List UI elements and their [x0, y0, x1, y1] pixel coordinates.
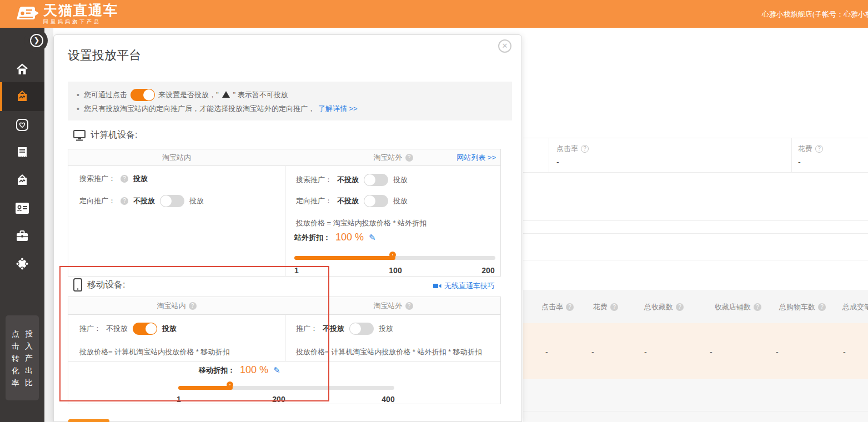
- mobile-col-taobao-in: 淘宝站内 ?: [68, 297, 285, 314]
- help-icon[interactable]: ?: [818, 303, 826, 311]
- mobile-in-promo-row: 推广： 不投放 投放: [79, 323, 177, 335]
- sidebar-item-home[interactable]: [0, 56, 44, 83]
- discount-value: 100 %: [240, 364, 268, 376]
- pc-in-target-toggle[interactable]: [160, 195, 184, 207]
- network-icon: [15, 257, 29, 271]
- bg-col-label: 花费: [593, 302, 608, 312]
- toggle-knob: [364, 195, 375, 207]
- pc-out-discount-slider: 1 100 200: [294, 252, 495, 278]
- expand-chevron-icon[interactable]: ❯: [30, 34, 43, 47]
- slider-thumb[interactable]: [389, 252, 396, 258]
- pc-out-discount: 站外折扣： 100 % ✎: [294, 232, 376, 243]
- example-toggle[interactable]: [131, 89, 155, 101]
- stat-cost-value: -: [798, 158, 801, 167]
- mobile-section-title: 移动设备:: [87, 279, 125, 291]
- campaign-icon: [15, 89, 29, 104]
- sidebar-item-account[interactable]: [0, 250, 44, 278]
- confirm-button[interactable]: 确定: [68, 419, 109, 422]
- help-icon[interactable]: ?: [405, 302, 413, 310]
- help-icon[interactable]: ?: [815, 145, 823, 153]
- discount-label: 站外折扣：: [294, 233, 330, 243]
- logo-subtitle: 阿里妈妈旗下产品: [43, 18, 118, 26]
- mobile-in-promo-toggle[interactable]: [133, 323, 157, 335]
- divider: [68, 361, 500, 361]
- bg-col-deals: 总成交笔?: [842, 302, 868, 312]
- account-name: 心雅小栈旗舰店(子帐号：心雅小栈: [762, 9, 868, 19]
- stat-ctr-text: 点击率: [556, 144, 578, 154]
- picture-icon: [15, 173, 29, 188]
- metric-ctr-vertical: 点击转化率: [12, 328, 20, 400]
- help-icon[interactable]: ?: [581, 145, 589, 153]
- sidebar-expand: ❯: [24, 29, 48, 52]
- close-icon[interactable]: ✕: [498, 39, 511, 53]
- help-icon[interactable]: ?: [121, 175, 128, 183]
- slider-fill: [178, 386, 233, 390]
- state-on-text: 投放: [133, 174, 148, 184]
- state-off-text: 不投放: [337, 175, 359, 185]
- divider: [549, 138, 549, 172]
- bg-col-cost: 花费?: [593, 302, 618, 312]
- state-on-text: 投放: [393, 196, 408, 206]
- phone-icon: [73, 278, 82, 292]
- bullet-icon: •: [77, 104, 79, 113]
- top-banner: 天猫直通车 阿里妈妈旗下产品 心雅小栈旗舰店(子帐号：心雅小栈: [0, 0, 868, 28]
- learn-more-link[interactable]: 了解详情 >>: [318, 104, 358, 114]
- wireless-tips-link[interactable]: 无线直通车技巧: [433, 281, 495, 291]
- help-icon[interactable]: ?: [566, 303, 574, 311]
- help-icon[interactable]: ?: [676, 303, 684, 311]
- toggle-knob: [350, 323, 361, 334]
- app-logo[interactable]: 天猫直通车 阿里妈妈旗下产品: [14, 3, 118, 26]
- logo-van-icon: [14, 4, 39, 25]
- state-on-text: 投放: [189, 196, 204, 206]
- help-icon[interactable]: ?: [405, 154, 413, 162]
- help-icon[interactable]: ?: [610, 303, 618, 311]
- pc-in-target-row: 定向推广： ? 不投放 投放: [79, 195, 204, 207]
- slider-mid-label: 200: [268, 395, 290, 404]
- bg-table-row-highlight: [523, 323, 868, 379]
- slider-max-label: 200: [477, 266, 499, 275]
- col-header-text: 淘宝站外: [374, 153, 403, 163]
- help-icon[interactable]: ?: [754, 303, 761, 311]
- edit-pencil-icon[interactable]: ✎: [273, 365, 280, 375]
- sidebar-item-favorites[interactable]: [0, 111, 44, 139]
- divider: [523, 260, 868, 260]
- bg-cell-value: -: [843, 348, 846, 356]
- state-off-text: 不投放: [323, 324, 344, 334]
- divider: [285, 149, 285, 276]
- discount-value: 100 %: [335, 232, 364, 243]
- sidebar-item-campaign[interactable]: [0, 82, 44, 111]
- bg-col-label: 总收藏数: [644, 302, 673, 312]
- mobile-out-price-formula: 投放价格= 计算机淘宝站内投放价格 * 站外折扣 * 移动折扣: [296, 347, 482, 357]
- mobile-out-promo-toggle[interactable]: [349, 323, 374, 335]
- mobile-section-header: 移动设备:: [73, 278, 125, 292]
- state-off-text: 不投放: [106, 324, 128, 334]
- notice-line-1: • 您可通过点击 来设置是否投放，" " 表示暂不可投放: [77, 88, 503, 102]
- mobile-discount-slider: 1 200 400: [178, 381, 394, 405]
- bg-col-label: 总购物车数: [779, 302, 815, 312]
- stat-cost-text: 花费: [798, 144, 812, 154]
- pc-out-search-toggle[interactable]: [364, 174, 388, 186]
- sidebar-item-tools[interactable]: [0, 222, 44, 250]
- bg-cell-value: -: [545, 348, 548, 356]
- bg-cell-value: -: [776, 348, 779, 356]
- notice-line-2: • 您只有投放淘宝站内的定向推广后，才能选择投放淘宝站外的定向推广， 了解详情 …: [77, 103, 503, 114]
- pc-out-target-toggle[interactable]: [364, 195, 388, 207]
- website-list-link[interactable]: 网站列表 >>: [456, 153, 496, 163]
- warning-icon: [222, 91, 230, 98]
- row-label: 推广：: [296, 324, 318, 334]
- edit-pencil-icon[interactable]: ✎: [369, 233, 376, 243]
- help-icon[interactable]: ?: [121, 197, 128, 205]
- divider: [523, 172, 868, 173]
- toggle-knob: [145, 323, 157, 334]
- metric-roi-vertical: 投入产出比: [25, 328, 33, 400]
- computer-section-header: 计算机设备:: [73, 129, 137, 141]
- mobile-table: 淘宝站内 ? 淘宝站外 ? 推广： 不投放 投放 推广： 不投放 投放: [68, 297, 501, 404]
- help-icon[interactable]: ?: [189, 302, 197, 310]
- sidebar-item-audience[interactable]: [0, 194, 44, 222]
- sidebar-item-reports[interactable]: [0, 139, 44, 167]
- bg-col-carts: 总购物车数?: [779, 302, 826, 312]
- slider-thumb[interactable]: [227, 381, 233, 388]
- notice-box: • 您可通过点击 来设置是否投放，" " 表示暂不可投放 • 您只有投放淘宝站内…: [68, 82, 512, 120]
- toggle-knob: [143, 89, 154, 101]
- sidebar-item-creatives[interactable]: [0, 167, 44, 194]
